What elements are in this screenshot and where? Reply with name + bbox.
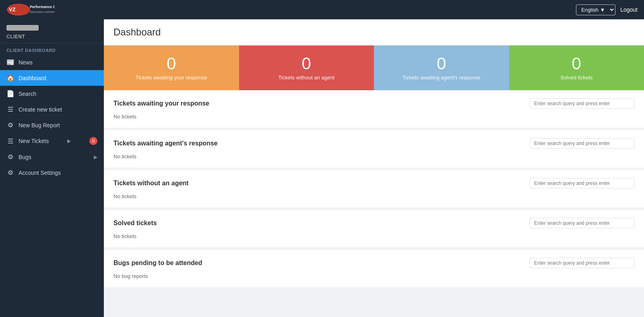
sidebar-item-label: Create new ticket <box>19 106 62 113</box>
section-title-solved-tickets: Solved tickets <box>114 220 157 227</box>
bugs-chevron-right-icon: ▶ <box>94 154 97 160</box>
stat-label-without-agent: Tickets without an agent <box>278 75 334 81</box>
top-navigation: VZ Performance Center Automotive softwar… <box>0 0 644 19</box>
sidebar-item-label: News <box>19 59 33 66</box>
sidebar: CLIENT CLIENT DASHBOARD 📰 News 🏠 Dashboa… <box>0 19 104 317</box>
stat-number-agent-response: 0 <box>437 55 446 72</box>
create-ticket-icon: ☰ <box>6 106 14 113</box>
sidebar-item-label: Search <box>19 91 36 97</box>
no-tickets-without-agent: No tickets <box>114 193 634 199</box>
svg-text:VZ: VZ <box>9 6 16 12</box>
section-title-awaiting-response: Tickets awaiting your response <box>114 100 209 107</box>
section-header-solved-tickets: Solved tickets <box>114 218 634 228</box>
language-selector[interactable]: English ▼ <box>576 4 615 15</box>
stat-card-without-agent[interactable]: 0 Tickets without an agent <box>239 46 374 90</box>
section-header-agent-response: Tickets awaiting agent's response <box>114 138 634 149</box>
new-tickets-badge: 0 <box>89 137 97 145</box>
stat-card-agent-response[interactable]: 0 Tickets awaiting agent's response <box>374 46 509 90</box>
no-tickets-solved: No tickets <box>114 233 634 239</box>
stat-label-awaiting-response: Tickets awaiting your response <box>136 75 207 81</box>
section-awaiting-response: Tickets awaiting your response No ticket… <box>104 90 644 130</box>
main-layout: CLIENT CLIENT DASHBOARD 📰 News 🏠 Dashboa… <box>0 19 644 317</box>
user-role-label: CLIENT <box>6 34 97 39</box>
chevron-right-icon: ▶ <box>67 138 71 144</box>
sidebar-item-bugs[interactable]: ⚙ Bugs ▶ <box>0 149 104 165</box>
top-nav-right: English ▼ Logout <box>576 4 638 15</box>
logo-area: VZ Performance Center Automotive softwar… <box>6 2 55 17</box>
search-icon: 📄 <box>6 90 14 97</box>
page-header: Dashboard <box>104 19 644 46</box>
main-content: Dashboard 0 Tickets awaiting your respon… <box>104 19 644 317</box>
section-without-agent: Tickets without an agent No tickets <box>104 170 644 210</box>
sidebar-item-label: Account Settings <box>19 170 61 176</box>
stat-card-awaiting-response[interactable]: 0 Tickets awaiting your response <box>104 46 239 90</box>
section-header-without-agent: Tickets without an agent <box>114 178 634 189</box>
sidebar-item-new-tickets[interactable]: ☰ New Tickets ▶ 0 <box>0 133 104 149</box>
account-settings-icon: ⚙ <box>6 169 14 176</box>
section-header-bugs-pending: Bugs pending to be attended <box>114 258 634 268</box>
no-tickets-agent-response: No tickets <box>114 153 634 160</box>
sidebar-item-label: Dashboard <box>19 75 46 81</box>
stats-row: 0 Tickets awaiting your response 0 Ticke… <box>104 46 644 90</box>
svg-text:Automotive software engineerin: Automotive software engineering <box>30 10 55 14</box>
dashboard-icon: 🏠 <box>6 74 14 82</box>
sidebar-section-label: CLIENT DASHBOARD <box>0 43 104 54</box>
search-input-awaiting-response[interactable] <box>530 98 634 109</box>
sidebar-item-label: New Bug Report <box>19 122 60 128</box>
bug-report-icon: ⚙ <box>6 121 14 129</box>
section-header-awaiting-response: Tickets awaiting your response <box>114 98 634 109</box>
user-avatar-placeholder <box>6 25 39 31</box>
section-bugs-pending: Bugs pending to be attended No bug repor… <box>104 250 644 290</box>
sidebar-item-account-settings[interactable]: ⚙ Account Settings <box>0 165 104 180</box>
logout-button[interactable]: Logout <box>620 6 638 13</box>
stat-number-awaiting-response: 0 <box>167 55 176 72</box>
search-input-agent-response[interactable] <box>530 138 634 149</box>
sidebar-item-news[interactable]: 📰 News <box>0 54 104 70</box>
sidebar-item-create-ticket[interactable]: ☰ Create new ticket <box>0 102 104 117</box>
svg-text:Performance Center: Performance Center <box>30 5 55 9</box>
section-agent-response: Tickets awaiting agent's response No tic… <box>104 130 644 170</box>
sidebar-item-label: Bugs <box>19 154 31 160</box>
sidebar-item-label: New Tickets <box>19 138 49 144</box>
search-input-without-agent[interactable] <box>530 178 634 189</box>
section-title-without-agent: Tickets without an agent <box>114 180 188 187</box>
stat-number-solved: 0 <box>572 55 581 72</box>
sidebar-user-section: CLIENT <box>0 19 104 43</box>
new-tickets-icon: ☰ <box>6 137 14 145</box>
stat-label-agent-response: Tickets awaiting agent's response <box>402 75 481 81</box>
section-title-agent-response: Tickets awaiting agent's response <box>114 140 218 147</box>
sidebar-item-dashboard[interactable]: 🏠 Dashboard <box>0 70 104 86</box>
stat-number-without-agent: 0 <box>302 55 311 72</box>
sidebar-item-search[interactable]: 📄 Search <box>0 86 104 102</box>
section-title-bugs-pending: Bugs pending to be attended <box>114 259 202 267</box>
news-icon: 📰 <box>6 58 14 66</box>
no-tickets-awaiting-response: No tickets <box>114 114 634 120</box>
bugs-icon: ⚙ <box>6 153 14 161</box>
no-bug-reports: No bug reports <box>114 273 634 279</box>
sidebar-item-new-bug-report[interactable]: ⚙ New Bug Report <box>0 117 104 133</box>
section-solved-tickets: Solved tickets No tickets <box>104 210 644 250</box>
search-input-bugs-pending[interactable] <box>530 258 634 268</box>
stat-card-solved[interactable]: 0 Solved tickets <box>509 46 644 90</box>
search-input-solved-tickets[interactable] <box>530 218 634 228</box>
page-title: Dashboard <box>114 27 634 38</box>
stat-label-solved: Solved tickets <box>560 75 592 81</box>
